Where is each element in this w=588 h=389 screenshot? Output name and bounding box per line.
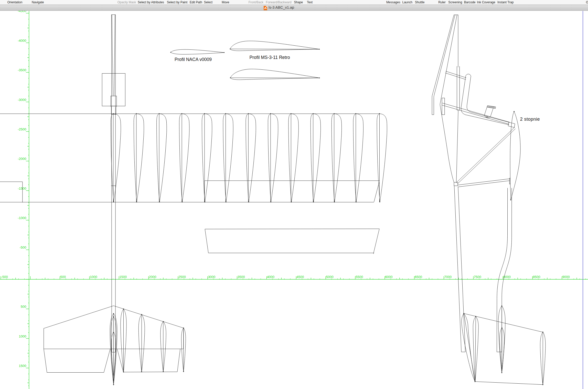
svg-text:1000: 1000 xyxy=(90,275,97,279)
svg-text:500: 500 xyxy=(60,275,66,279)
svg-text:-3500: -3500 xyxy=(18,68,26,72)
svg-text:5500: 5500 xyxy=(356,275,363,279)
svg-text:-1000: -1000 xyxy=(18,216,26,220)
svg-text:1000: 1000 xyxy=(19,334,26,338)
svg-text:-1500: -1500 xyxy=(18,186,26,190)
svg-text:2000: 2000 xyxy=(149,275,156,279)
svg-text:-4000: -4000 xyxy=(18,38,26,42)
svg-text:6500: 6500 xyxy=(415,275,422,279)
svg-text:2 stopnie: 2 stopnie xyxy=(520,116,540,121)
svg-text:1500: 1500 xyxy=(19,364,26,367)
svg-text:4500: 4500 xyxy=(297,275,304,279)
svg-text:9000: 9000 xyxy=(562,275,570,279)
svg-text:500: 500 xyxy=(21,305,26,309)
svg-text:Profil NACA v0009: Profil NACA v0009 xyxy=(175,57,212,62)
svg-text:7000: 7000 xyxy=(444,275,452,279)
svg-text:6000: 6000 xyxy=(385,275,393,279)
svg-text:8500: 8500 xyxy=(533,275,540,279)
svg-text:3500: 3500 xyxy=(238,275,245,279)
svg-text:3000: 3000 xyxy=(208,275,215,279)
svg-text:-500: -500 xyxy=(19,245,26,249)
svg-text:2500: 2500 xyxy=(178,275,186,279)
svg-text:8000: 8000 xyxy=(503,275,511,279)
svg-text:-500: -500 xyxy=(1,275,8,279)
svg-text:5000: 5000 xyxy=(326,275,334,279)
svg-text:-2500: -2500 xyxy=(18,127,26,131)
svg-text:4000: 4000 xyxy=(267,275,274,279)
svg-text:-3000: -3000 xyxy=(18,98,26,101)
svg-text:-2000: -2000 xyxy=(18,157,26,161)
svg-text:7500: 7500 xyxy=(474,275,481,279)
svg-text:-4500: -4500 xyxy=(18,11,26,13)
svg-text:Profil MS-3-11 Retro: Profil MS-3-11 Retro xyxy=(250,55,290,60)
svg-text:1500: 1500 xyxy=(119,275,127,279)
